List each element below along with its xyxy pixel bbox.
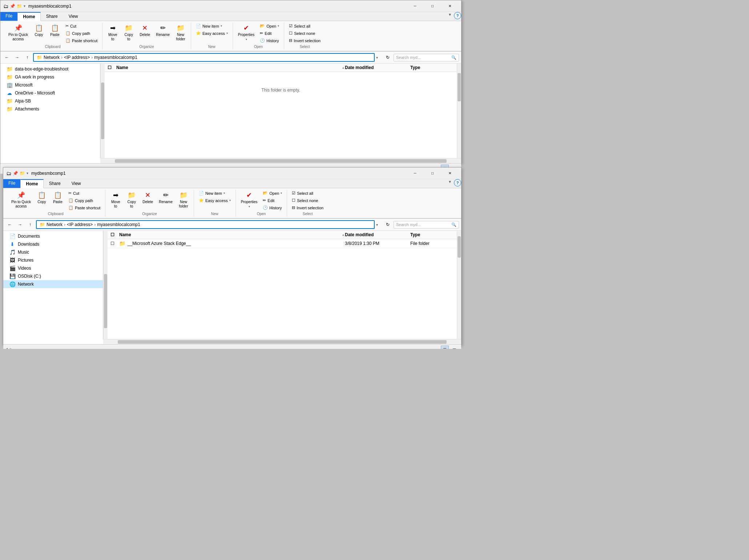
nav-item-onedrive[interactable]: ☁ OneDrive - Microsoft [0, 89, 100, 97]
crumb-network-2[interactable]: Network [47, 222, 63, 227]
copy-path-button-2[interactable]: 📋 Copy path [67, 197, 102, 204]
new-item-button-2[interactable]: 📄 New item ▾ [197, 190, 233, 197]
tab-view-2[interactable]: View [66, 179, 86, 188]
cut-button-2[interactable]: ✂ Cut [67, 190, 102, 197]
header-checkbox-2[interactable]: ☐ [110, 232, 119, 237]
copy-to-button-1[interactable]: 📁 Copy to [121, 23, 136, 43]
open-button-1[interactable]: 📂 Open ▾ [258, 23, 281, 29]
nav-item-videos[interactable]: 🎬 Videos [3, 264, 103, 272]
crumb-ip-1[interactable]: <IP address> [64, 55, 90, 60]
nav-item-data-box[interactable]: 📁 data-box-edge-troubleshoot [0, 65, 100, 73]
h-scroll-thumb-1[interactable] [115, 159, 447, 163]
edit-button-1[interactable]: ✏ Edit [258, 30, 281, 37]
nav-item-attachments[interactable]: 📁 Attachments [0, 105, 100, 113]
crumb-share-1[interactable]: myasesmblocalcomp1 [94, 55, 137, 60]
nav-item-osdisk[interactable]: 💾 OSDisk (C:) [3, 272, 103, 280]
tab-share-1[interactable]: Share [41, 12, 63, 21]
help-button-1[interactable]: ? [454, 12, 461, 19]
nav-scroll-thumb-1[interactable] [101, 82, 104, 139]
nav-item-microsoft[interactable]: 🏢 Microsoft [0, 81, 100, 89]
maximize-button-2[interactable]: □ [424, 168, 441, 179]
forward-button-2[interactable]: → [16, 220, 24, 229]
invert-selection-button-1[interactable]: ⊟ Invert selection [287, 37, 322, 44]
tab-file-2[interactable]: File [3, 179, 20, 188]
paste-shortcut-button-1[interactable]: 📋 Paste shortcut [64, 37, 99, 44]
header-checkbox-1[interactable]: ☐ [108, 65, 116, 70]
delete-button-2[interactable]: ✕ Delete [140, 190, 155, 206]
search-box-2[interactable]: Search myd... 🔍 [394, 221, 459, 229]
up-button-2[interactable]: ↑ [26, 220, 35, 229]
close-button-2[interactable]: ✕ [442, 168, 458, 179]
close-button-1[interactable]: ✕ [442, 0, 458, 12]
file-scroll-thumb-2[interactable] [458, 236, 461, 258]
search-box-1[interactable]: Search myd... 🔍 [394, 54, 459, 61]
tab-home-1[interactable]: Home [17, 12, 40, 21]
pin-quick-access-button-1[interactable]: 📌 Pin to Quick access [6, 23, 30, 43]
tab-view-1[interactable]: View [63, 12, 84, 21]
detail-view-button-2[interactable]: ▦ [450, 346, 458, 349]
up-button-1[interactable]: ↑ [23, 53, 32, 62]
ribbon-collapse-1[interactable]: ▾ [449, 12, 451, 21]
easy-access-button-1[interactable]: ⭐ Easy access ▾ [194, 30, 230, 37]
new-folder-button-1[interactable]: 📁 New folder [173, 23, 188, 43]
file-scroll-thumb-1[interactable] [458, 73, 461, 101]
address-path-2[interactable]: 📁 Network › <IP address> › myasesmblocal… [36, 220, 375, 229]
h-scroll-1[interactable] [100, 158, 461, 163]
back-button-1[interactable]: ← [3, 53, 11, 62]
ribbon-collapse-2[interactable]: ▾ [449, 179, 451, 188]
properties-button-2[interactable]: ✔ Properties ▾ [239, 190, 260, 210]
nav-item-documents[interactable]: 📄 Documents [3, 232, 103, 240]
nav-item-downloads[interactable]: ⬇ Downloads [3, 240, 103, 248]
h-scroll-thumb-2[interactable] [118, 340, 447, 344]
copy-button-1[interactable]: 📋 Copy [32, 23, 46, 39]
invert-selection-button-2[interactable]: ⊟ Invert selection [290, 204, 325, 211]
nav-scrollbar-2[interactable] [103, 231, 108, 339]
back-button-2[interactable]: ← [5, 220, 14, 229]
help-button-2[interactable]: ? [454, 179, 461, 186]
crumb-network-1[interactable]: Network [44, 55, 60, 60]
forward-button-1[interactable]: → [13, 53, 21, 62]
header-date-2[interactable]: Date modified [345, 232, 410, 237]
address-dropdown-1[interactable]: ▾ [376, 56, 382, 60]
delete-button-1[interactable]: ✕ Delete [137, 23, 152, 39]
pin-quick-access-button-2[interactable]: 📌 Pin to Quick access [9, 190, 33, 210]
header-date-1[interactable]: Date modified [345, 65, 410, 70]
edit-button-2[interactable]: ✏ Edit [261, 197, 284, 204]
move-to-button-2[interactable]: ➡ Move to [108, 190, 123, 210]
rename-button-1[interactable]: ✏ Rename [154, 23, 172, 39]
header-type-1[interactable]: Type [410, 65, 454, 70]
address-dropdown-2[interactable]: ▾ [376, 223, 382, 227]
select-none-button-2[interactable]: ☐ Select none [290, 197, 325, 204]
new-item-button-1[interactable]: 📄 New item ▾ [194, 23, 230, 29]
list-view-button-2[interactable]: ☰ [441, 346, 449, 349]
history-button-1[interactable]: 🕐 History [258, 37, 281, 44]
select-all-button-1[interactable]: ☑ Select all [287, 23, 322, 29]
cut-button-1[interactable]: ✂ Cut [64, 23, 99, 29]
header-type-2[interactable]: Type [410, 232, 454, 237]
properties-button-1[interactable]: ✔ Properties ▾ [236, 23, 257, 43]
nav-item-alpa-sb[interactable]: 📁 Alpa-SB [0, 97, 100, 105]
move-to-button-1[interactable]: ➡ Move to [105, 23, 120, 43]
nav-item-ga-work[interactable]: 📁 GA work in progress [0, 73, 100, 81]
address-path-1[interactable]: 📁 Network › <IP address> › myasesmblocal… [33, 53, 375, 62]
file-scrollbar-2[interactable] [457, 231, 461, 339]
row-checkbox-azure[interactable]: ☐ [110, 241, 119, 246]
nav-item-pictures[interactable]: 🖼 Pictures [3, 256, 103, 264]
paste-button-2[interactable]: 📋 Paste [51, 190, 65, 206]
file-row-azure[interactable]: ☐ 📁 __Microsoft Azure Stack Edge__ 3/8/2… [108, 239, 457, 248]
refresh-button-2[interactable]: ↻ [383, 220, 392, 229]
easy-access-button-2[interactable]: ⭐ Easy access ▾ [197, 197, 233, 204]
maximize-button-1[interactable]: □ [424, 0, 441, 12]
select-all-button-2[interactable]: ☑ Select all [290, 190, 325, 197]
minimize-button-2[interactable]: ─ [407, 168, 423, 179]
open-button-2[interactable]: 📂 Open ▾ [261, 190, 284, 197]
tab-file-1[interactable]: File [0, 12, 17, 21]
new-folder-button-2[interactable]: 📁 New folder [176, 190, 191, 210]
history-button-2[interactable]: 🕐 History [261, 204, 284, 211]
crumb-ip-2[interactable]: <IP address> [67, 222, 93, 227]
copy-button-2[interactable]: 📋 Copy [35, 190, 49, 206]
select-none-button-1[interactable]: ☐ Select none [287, 30, 322, 37]
copy-path-button-1[interactable]: 📋 Copy path [64, 30, 99, 37]
nav-scroll-thumb-2[interactable] [104, 274, 107, 328]
header-name-2[interactable]: Name [119, 232, 342, 237]
